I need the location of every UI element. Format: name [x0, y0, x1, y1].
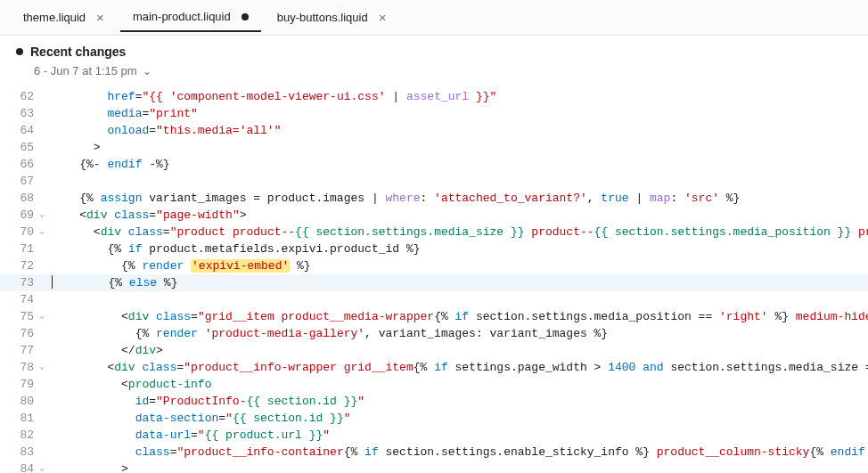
line-number: 75⌄ [0, 308, 43, 325]
line-number: 66 [0, 156, 43, 173]
line-number: 83 [0, 444, 43, 461]
code-line[interactable]: 80 id="ProductInfo-{{ section.id }}" [0, 393, 868, 410]
code-line[interactable]: 69⌄ <div class="page-width"> [0, 207, 868, 224]
line-number: 69⌄ [0, 207, 43, 224]
line-number: 62 [0, 88, 43, 105]
line-number: 68 [0, 190, 43, 207]
code-line[interactable]: 79 <product-info [0, 376, 868, 393]
dirty-indicator-icon [242, 13, 249, 20]
line-number: 72 [0, 257, 43, 274]
code-line[interactable]: 84⌄ > [0, 461, 868, 473]
line-number: 65 [0, 139, 43, 156]
line-number: 76 [0, 325, 43, 342]
code-line[interactable]: 81 data-section="{{ section.id }}" [0, 410, 868, 427]
code-line[interactable]: 70⌄ <div class="product product--{{ sect… [0, 224, 868, 241]
highlighted-text: 'expivi-embed' [191, 259, 290, 273]
fold-icon[interactable]: ⌄ [40, 461, 45, 473]
code-line[interactable]: 82 data-url="{{ product.url }}" [0, 427, 868, 444]
line-number: 79 [0, 376, 43, 393]
line-number: 63 [0, 105, 43, 122]
code-line[interactable]: 62 href="{{ 'component-model-viewer-ui.c… [0, 88, 868, 105]
tab-main-product-liquid[interactable]: main-product.liquid [120, 3, 261, 32]
tab-label: theme.liquid [23, 11, 86, 24]
fold-icon[interactable]: ⌄ [40, 207, 45, 224]
line-number: 84⌄ [0, 461, 43, 473]
line-number: 73 [0, 274, 43, 291]
line-number: 80 [0, 393, 43, 410]
version-label: 6 - Jun 7 at 1:15 pm [34, 64, 137, 77]
close-icon[interactable]: × [379, 11, 387, 24]
fold-icon[interactable]: ⌄ [40, 359, 45, 376]
code-line[interactable]: 68 {% assign variant_images = product.im… [0, 190, 868, 207]
code-line[interactable]: 76 {% render 'product-media-gallery', va… [0, 325, 868, 342]
line-number: 81 [0, 410, 43, 427]
code-line[interactable]: 67 [0, 173, 868, 190]
code-line[interactable]: 75⌄ <div class="grid__item product__medi… [0, 308, 868, 325]
code-line[interactable]: 78⌄ <div class="product__info-wrapper gr… [0, 359, 868, 376]
version-selector[interactable]: 6 - Jun 7 at 1:15 pm ⌄ [16, 59, 852, 85]
code-line[interactable]: 65 > [0, 139, 868, 156]
code-line[interactable]: 74 [0, 291, 868, 308]
line-number: 77 [0, 342, 43, 359]
code-editor[interactable]: 62 href="{{ 'component-model-viewer-ui.c… [0, 88, 868, 473]
code-line[interactable]: 83 class="product__info-container{% if s… [0, 444, 868, 461]
tab-label: main-product.liquid [133, 10, 231, 23]
tab-buy-buttons-liquid[interactable]: buy-buttons.liquid × [265, 4, 399, 31]
recent-changes-title: Recent changes [30, 45, 126, 59]
bullet-icon [16, 48, 23, 55]
close-icon[interactable]: × [96, 11, 104, 24]
fold-icon[interactable]: ⌄ [40, 224, 45, 241]
line-number: 74 [0, 291, 43, 308]
line-number: 67 [0, 173, 43, 190]
fold-icon[interactable]: ⌄ [40, 308, 45, 325]
line-number: 70⌄ [0, 224, 43, 241]
tab-bar: theme.liquid × main-product.liquid buy-b… [0, 0, 868, 36]
recent-changes-panel: Recent changes 6 - Jun 7 at 1:15 pm ⌄ [0, 36, 868, 88]
tab-label: buy-buttons.liquid [277, 11, 368, 24]
cursor-icon [52, 275, 53, 289]
code-line[interactable]: 64 onload="this.media='all'" [0, 122, 868, 139]
code-line[interactable]: 77 </div> [0, 342, 868, 359]
code-line[interactable]: 71 {% if product.metafields.expivi.produ… [0, 241, 868, 257]
code-line[interactable]: 72 {% render 'expivi-embed' %} [0, 257, 868, 274]
code-line[interactable]: 66 {%- endif -%} [0, 156, 868, 173]
chevron-down-icon: ⌄ [143, 65, 151, 77]
line-number: 71 [0, 241, 43, 257]
code-line-active[interactable]: 73 {% else %} [0, 274, 868, 291]
line-number: 78⌄ [0, 359, 43, 376]
code-line[interactable]: 63 media="print" [0, 105, 868, 122]
line-number: 82 [0, 427, 43, 444]
line-number: 64 [0, 122, 43, 139]
tab-theme-liquid[interactable]: theme.liquid × [11, 4, 117, 31]
